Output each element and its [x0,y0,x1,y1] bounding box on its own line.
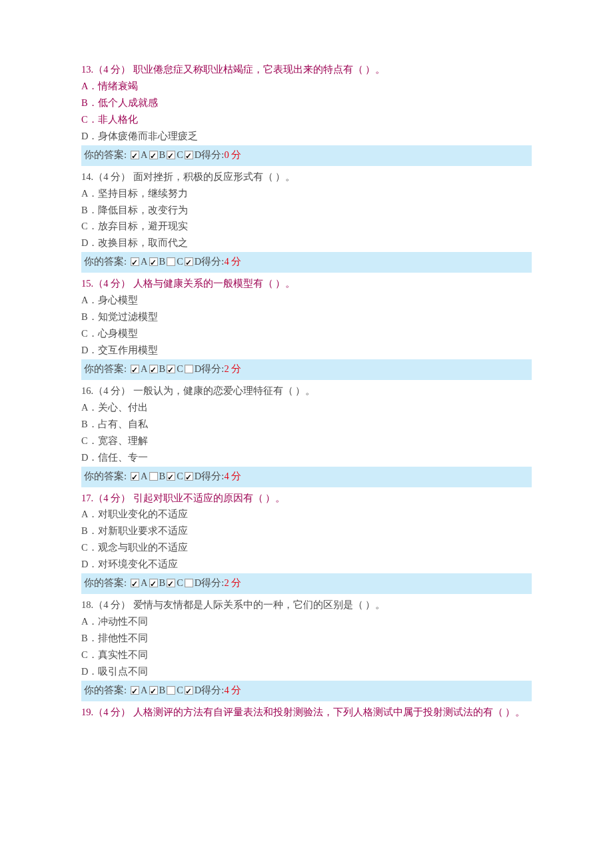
question-stem: 14.（4 分） 面对挫折，积极的反应形式有（ ）。 [81,169,532,185]
answer-letter: D [195,147,201,163]
checkbox-C[interactable] [167,579,175,587]
answer-letter: D [195,575,201,591]
score-label: 得分: [201,468,224,485]
score-label: 得分: [201,682,224,699]
question-19: 19.（4 分） 人格测评的方法有自评量表法和投射测验法，下列人格测试中属于投射… [81,704,532,721]
answer-letter: C [177,253,183,270]
score-label: 得分: [201,147,224,163]
answer-bar: 你的答案: A B C D 得分: 4 分 [81,252,532,273]
answer-letter: D [195,682,201,699]
question-14: 14.（4 分） 面对挫折，积极的反应形式有（ ）。A．坚持目标，继续努力B．降… [81,169,532,273]
checkbox-A[interactable] [131,686,139,695]
option: B．低个人成就感 [81,95,532,111]
score-value: 4 分 [224,682,241,699]
answer-letter: A [141,147,147,163]
answer-bar: 你的答案: A B C D 得分: 4 分 [81,467,532,487]
checkbox-A[interactable] [131,579,139,587]
score-label: 得分: [201,361,224,377]
option: D．信任、专一 [81,449,532,466]
your-answer-label: 你的答案: [84,147,127,163]
answer-letter: B [159,147,166,163]
answer-letter: C [177,468,183,485]
option: C．观念与职业的不适应 [81,539,532,556]
answer-letter: A [141,253,147,270]
checkbox-B[interactable] [149,472,158,481]
checkbox-D[interactable] [185,579,193,587]
option: C．宽容、理解 [81,433,532,449]
checkbox-A[interactable] [131,257,139,266]
answer-letter: C [177,147,183,163]
checkbox-C[interactable] [167,365,175,373]
option: B．知觉过滤模型 [81,309,532,325]
answer-letter: B [159,575,166,591]
answer-letter: A [141,361,147,377]
checkbox-B[interactable] [149,579,158,587]
option: A．关心、付出 [81,399,532,416]
answer-letter: B [159,253,166,270]
answer-bar: 你的答案: A B C D 得分: 4 分 [81,681,532,701]
checkbox-B[interactable] [149,257,158,266]
score-value: 2 分 [224,361,241,377]
question-13: 13.（4 分） 职业倦怠症又称职业枯竭症，它表现出来的特点有（ ）。A．情绪衰… [81,61,532,166]
option: C．非人格化 [81,111,532,128]
question-17: 17.（4 分） 引起对职业不适应的原因有（ ）。A．对职业变化的不适应B．对新… [81,490,532,595]
your-answer-label: 你的答案: [84,253,127,270]
score-value: 4 分 [224,253,241,270]
answer-letter: B [159,682,166,699]
score-value: 4 分 [224,468,241,485]
question-stem: 19.（4 分） 人格测评的方法有自评量表法和投射测验法，下列人格测试中属于投射… [81,704,532,721]
answer-letter: D [195,253,201,270]
answer-letter: C [177,361,183,377]
answer-letter: D [195,361,201,377]
checkbox-B[interactable] [149,686,158,695]
question-stem: 16.（4 分） 一般认为，健康的恋爱心理特征有（ ）。 [81,383,532,399]
question-16: 16.（4 分） 一般认为，健康的恋爱心理特征有（ ）。A．关心、付出B．占有、… [81,383,532,487]
checkbox-D[interactable] [185,686,193,695]
option: A．身心模型 [81,292,532,309]
checkbox-D[interactable] [185,257,193,266]
answer-bar: 你的答案: A B C D 得分: 0 分 [81,145,532,166]
checkbox-D[interactable] [185,472,193,481]
checkbox-C[interactable] [167,151,175,159]
checkbox-C[interactable] [167,472,175,481]
option: A．对职业变化的不适应 [81,506,532,523]
option: D．改换目标，取而代之 [81,235,532,251]
checkbox-B[interactable] [149,365,158,373]
checkbox-A[interactable] [131,151,139,159]
checkbox-C[interactable] [167,686,175,695]
checkbox-A[interactable] [131,472,139,481]
score-value: 0 分 [224,147,241,163]
option: A．情绪衰竭 [81,78,532,95]
question-stem: 17.（4 分） 引起对职业不适应的原因有（ ）。 [81,490,532,507]
answer-letter: A [141,682,147,699]
answer-letter: B [159,468,166,485]
answer-letter: C [177,575,183,591]
checkbox-A[interactable] [131,365,139,373]
option: B．对新职业要求不适应 [81,523,532,539]
your-answer-label: 你的答案: [84,575,127,591]
answer-bar: 你的答案: A B C D 得分: 2 分 [81,573,532,594]
checkbox-B[interactable] [149,151,158,159]
question-15: 15.（4 分） 人格与健康关系的一般模型有（ ）。A．身心模型B．知觉过滤模型… [81,275,532,380]
checkbox-D[interactable] [185,151,193,159]
checkbox-C[interactable] [167,257,175,266]
option: B．降低目标，改变行为 [81,202,532,219]
option: C．真实性不同 [81,647,532,663]
score-label: 得分: [201,575,224,591]
answer-letter: C [177,682,183,699]
option: C．心身模型 [81,325,532,342]
option: C．放弃目标，避开现实 [81,218,532,235]
question-stem: 15.（4 分） 人格与健康关系的一般模型有（ ）。 [81,275,532,292]
checkbox-D[interactable] [185,365,193,373]
your-answer-label: 你的答案: [84,468,127,485]
answer-bar: 你的答案: A B C D 得分: 2 分 [81,359,532,380]
questions-list: 13.（4 分） 职业倦怠症又称职业枯竭症，它表现出来的特点有（ ）。A．情绪衰… [81,61,532,721]
option: B．占有、自私 [81,416,532,433]
answer-letter: D [195,468,201,485]
your-answer-label: 你的答案: [84,361,127,377]
score-value: 2 分 [224,575,241,591]
option: D．吸引点不同 [81,663,532,680]
option: B．排他性不同 [81,630,532,647]
your-answer-label: 你的答案: [84,682,127,699]
question-stem: 13.（4 分） 职业倦怠症又称职业枯竭症，它表现出来的特点有（ ）。 [81,61,532,78]
